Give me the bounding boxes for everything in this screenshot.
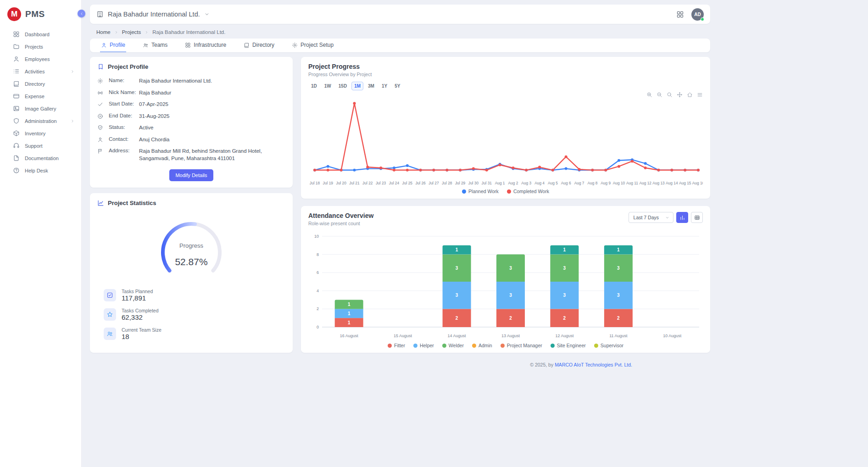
administration-icon bbox=[13, 117, 20, 124]
view-toggle-table[interactable] bbox=[691, 212, 703, 223]
directory-icon bbox=[13, 80, 20, 87]
project-statistics-card: Project Statistics Progress 52.87% Tasks… bbox=[90, 193, 293, 353]
field-value: Raja Bahadur bbox=[139, 89, 285, 97]
breadcrumb-item[interactable]: Projects bbox=[122, 29, 141, 35]
tab-infrastructure[interactable]: Infrastructure bbox=[184, 39, 227, 52]
breadcrumb-item[interactable]: Raja Bahadur International Ltd. bbox=[152, 29, 225, 35]
sidebar-item-projects[interactable]: Projects bbox=[0, 41, 81, 52]
sidebar-item-help-desk[interactable]: Help Desk bbox=[0, 165, 81, 176]
svg-text:Aug 14: Aug 14 bbox=[666, 181, 678, 185]
date-range-select[interactable]: Last 7 Days bbox=[629, 212, 673, 223]
svg-text:14 August: 14 August bbox=[448, 334, 467, 338]
zoom-in-icon[interactable] bbox=[646, 92, 652, 98]
modify-details-button[interactable]: Modify Details bbox=[169, 169, 213, 181]
legend-item[interactable]: Supervisor bbox=[594, 343, 623, 348]
sidebar-item-label: Dashboard bbox=[25, 32, 50, 37]
legend-item[interactable]: Admin bbox=[472, 343, 492, 348]
legend-item[interactable]: Welder bbox=[442, 343, 464, 348]
breadcrumb-item[interactable]: Home bbox=[96, 29, 111, 35]
chevron-right-icon bbox=[145, 30, 149, 34]
profile-field: End Date: 31-Aug-2025 bbox=[97, 113, 285, 120]
range-selector: 1D1W15D1M3M1Y5Y bbox=[308, 82, 703, 90]
app-logo[interactable]: M PMS bbox=[0, 5, 81, 28]
range-1w[interactable]: 1W bbox=[322, 82, 334, 90]
profile-field: Nick Name: Raja Bahadur bbox=[97, 89, 285, 97]
svg-text:13 August: 13 August bbox=[501, 334, 520, 338]
view-toggle-bar-chart[interactable] bbox=[676, 212, 688, 223]
footer-link[interactable]: MARCO AIoT Technologies Pvt. Ltd. bbox=[555, 362, 632, 367]
card-title: Project Profile bbox=[108, 63, 148, 70]
svg-text:0: 0 bbox=[317, 325, 319, 329]
sidebar-item-image-gallery[interactable]: Image Gallery bbox=[0, 103, 81, 114]
main-area: Raja Bahadur International Ltd. AD HomeP… bbox=[82, 0, 868, 467]
attendance-bar-chart[interactable]: 024681011116 August15 August233114 Augus… bbox=[308, 232, 703, 341]
sidebar-item-label: Inventory bbox=[25, 131, 45, 136]
sidebar-item-documentation[interactable]: Documentation bbox=[0, 152, 81, 164]
legend-item[interactable]: Completed Work bbox=[507, 189, 549, 194]
sidebar-item-label: Employees bbox=[25, 56, 50, 62]
pan-icon[interactable] bbox=[677, 92, 683, 98]
tab-teams[interactable]: Teams bbox=[142, 39, 168, 52]
sidebar-item-label: Projects bbox=[25, 44, 43, 50]
legend-item[interactable]: Helper bbox=[413, 343, 434, 348]
sidebar-item-inventory[interactable]: Inventory bbox=[0, 128, 81, 139]
svg-text:15 August: 15 August bbox=[394, 334, 412, 338]
menu-icon[interactable] bbox=[697, 92, 703, 98]
progress-gauge-wrap: Progress 52.87% bbox=[97, 213, 285, 283]
tab-project-setup[interactable]: Project Setup bbox=[291, 39, 334, 52]
sidebar-collapse-button[interactable] bbox=[78, 10, 85, 17]
range-1d[interactable]: 1D bbox=[308, 82, 320, 90]
apps-icon[interactable] bbox=[676, 11, 684, 18]
home-icon[interactable] bbox=[687, 92, 693, 98]
range-3m[interactable]: 3M bbox=[365, 82, 377, 90]
sidebar-item-dashboard[interactable]: Dashboard bbox=[0, 28, 81, 40]
legend-item[interactable]: Project Manager bbox=[501, 343, 542, 348]
chart-icon bbox=[97, 200, 104, 206]
range-1m[interactable]: 1M bbox=[351, 82, 363, 90]
card-title: Project Progress bbox=[308, 63, 703, 70]
sidebar-item-label: Directory bbox=[25, 81, 45, 87]
progress-line-chart[interactable]: Jul 18Jul 19Jul 20Jul 21Jul 22Jul 23Jul … bbox=[308, 92, 703, 187]
svg-text:Jul 20: Jul 20 bbox=[336, 181, 347, 185]
star-icon bbox=[104, 308, 116, 321]
range-1y[interactable]: 1Y bbox=[379, 82, 390, 90]
stat-value: 62,332 bbox=[122, 313, 143, 321]
sidebar-item-activities[interactable]: Activities bbox=[0, 66, 81, 77]
sidebar-item-administration[interactable]: Administration bbox=[0, 115, 81, 127]
range-15d[interactable]: 15D bbox=[336, 82, 350, 90]
svg-text:Aug 15: Aug 15 bbox=[679, 181, 691, 185]
card-title: Project Statistics bbox=[108, 200, 156, 206]
sidebar-item-employees[interactable]: Employees bbox=[0, 53, 81, 65]
card-header: Attendance Overview Role-wise present co… bbox=[308, 212, 703, 226]
employees-icon bbox=[13, 56, 20, 62]
svg-text:1: 1 bbox=[617, 247, 620, 252]
user-icon bbox=[101, 42, 107, 48]
field-value: Active bbox=[139, 124, 285, 132]
legend-item[interactable]: Site Engineer bbox=[551, 343, 586, 348]
field-value: 07-Apr-2025 bbox=[139, 101, 285, 108]
zoom-icon[interactable] bbox=[667, 92, 673, 98]
sidebar-item-expense[interactable]: Expense bbox=[0, 90, 81, 102]
svg-text:Jul 23: Jul 23 bbox=[376, 181, 386, 185]
tab-bar: Profile Teams Infrastructure Directory P… bbox=[90, 39, 710, 52]
svg-text:Aug 12: Aug 12 bbox=[639, 181, 651, 185]
sidebar-item-label: Expense bbox=[25, 94, 45, 99]
zoom-out-icon[interactable] bbox=[657, 92, 662, 98]
field-value: Raja Bahadur International Ltd. bbox=[139, 78, 285, 85]
tab-profile[interactable]: Profile bbox=[100, 39, 126, 52]
projects-icon bbox=[13, 43, 20, 50]
avatar-initials: AD bbox=[694, 12, 701, 17]
legend-item[interactable]: Fitter bbox=[388, 343, 405, 348]
chart-legend: FitterHelperWelderAdminProject ManagerSi… bbox=[308, 341, 703, 349]
app-name: PMS bbox=[25, 9, 45, 19]
field-label: Status: bbox=[109, 124, 138, 130]
company-selector[interactable]: Raja Bahadur International Ltd. bbox=[96, 11, 210, 18]
range-5y[interactable]: 5Y bbox=[392, 82, 403, 90]
tab-directory[interactable]: Directory bbox=[243, 39, 275, 52]
attendance-controls: Last 7 Days bbox=[629, 212, 703, 223]
sidebar-item-support[interactable]: Support bbox=[0, 140, 81, 151]
legend-item[interactable]: Planned Work bbox=[462, 189, 499, 194]
sidebar-item-directory[interactable]: Directory bbox=[0, 78, 81, 89]
user-avatar[interactable]: AD bbox=[691, 8, 704, 21]
card-subtitle: Progress Overview by Project bbox=[308, 72, 703, 77]
